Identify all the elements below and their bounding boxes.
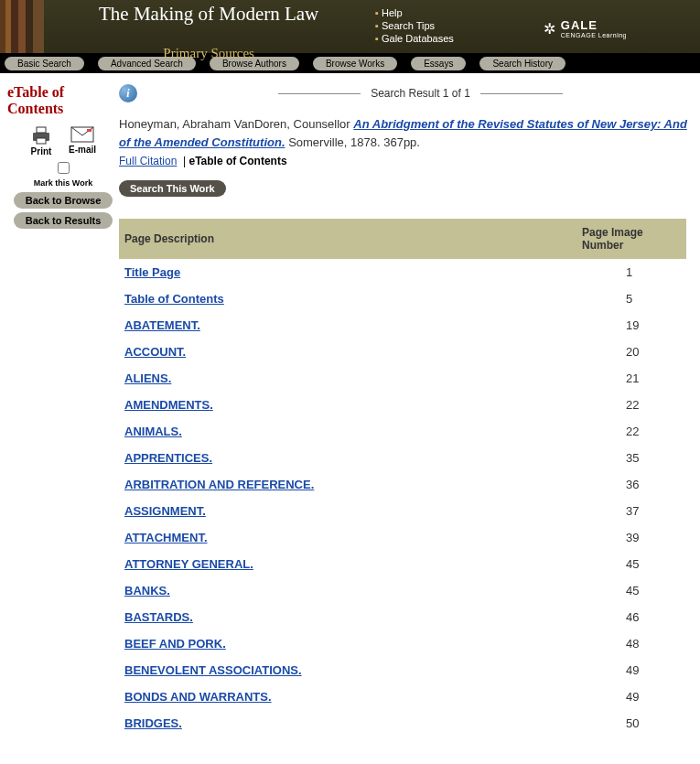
print-label: Print [31,146,52,156]
svg-rect-4 [87,129,92,132]
gale-databases-link[interactable]: Gale Databases [382,33,454,44]
nav-search-history[interactable]: Search History [479,57,565,70]
printer-icon [30,126,52,145]
full-citation-link[interactable]: Full Citation [119,155,177,167]
banner-subtitle: Primary Sources [99,46,318,61]
banner-books-image [0,0,44,53]
toc-page-num: 37 [576,498,686,524]
toc-page-num: 5 [576,285,686,312]
table-row: BEEF AND PORK.48 [119,630,686,657]
back-to-browse-button[interactable]: Back to Browse [14,192,113,209]
toc-page-num: 50 [576,710,686,737]
toc-page-num: 45 [576,551,686,577]
svg-rect-2 [37,138,46,144]
table-row: ASSIGNMENT.37 [119,498,686,524]
toc-desc-link[interactable]: BONDS AND WARRANTS. [124,690,272,704]
toc-desc-link[interactable]: ACCOUNT. [124,345,186,359]
envelope-icon [70,126,94,143]
email-label: E-mail [69,145,96,155]
toc-page-num: 1 [576,259,686,285]
result-count-text: Search Result 1 of 1 [371,87,470,100]
search-this-work-button[interactable]: Search This Work [119,180,226,197]
toc-desc-link[interactable]: ASSIGNMENT. [124,504,206,518]
citation-author: Honeyman, Abraham VanDoren, Counsellor [119,117,350,131]
mark-label: Mark this Work [34,178,92,188]
toc-page-num: 22 [576,392,686,418]
divider-right [480,93,563,94]
table-row: Table of Contents5 [119,285,686,312]
toc-page-num: 35 [576,445,686,471]
toc-desc-link[interactable]: BEEF AND PORK. [124,637,226,651]
toc-desc-link[interactable]: AMENDMENTS. [124,398,213,412]
table-row: BRIDGES.50 [119,710,686,737]
toc-desc-link[interactable]: ALIENS. [124,371,171,385]
tool-row: Print E-mail [7,126,119,156]
table-row: BANKS.45 [119,577,686,604]
toc-page-num: 39 [576,524,686,551]
gale-logo-subtext: CENGAGE Learning [561,32,627,38]
table-row: ATTACHMENT.39 [119,524,686,551]
table-row: BONDS AND WARRANTS.49 [119,683,686,710]
table-row: Title Page1 [119,259,686,285]
citation-year: 1878 [350,135,377,149]
toc-page-num: 46 [576,604,686,630]
toc-page-num: 36 [576,471,686,498]
banner: The Making of Modern Law Primary Sources… [0,0,700,53]
citation-pp: 367pp. [383,135,420,149]
toc-desc-link[interactable]: BASTARDS. [124,610,193,624]
result-line: i Search Result 1 of 1 [119,84,693,102]
mark-this-work[interactable]: Mark this Work [7,162,119,188]
table-row: ANIMALS.22 [119,418,686,445]
sidebar: eTable of Contents Print E-mail [0,84,119,737]
email-button[interactable]: E-mail [69,126,96,156]
table-row: ATTORNEY GENERAL.45 [119,551,686,577]
toc-desc-link[interactable]: ATTORNEY GENERAL. [124,557,253,571]
help-link[interactable]: Help [382,7,403,18]
table-row: ABATEMENT.19 [119,312,686,339]
print-button[interactable]: Print [30,126,52,156]
result-text-wrap: Search Result 1 of 1 [148,87,693,100]
toc-desc-link[interactable]: ARBITRATION AND REFERENCE. [124,478,314,491]
toc-page-num: 49 [576,683,686,710]
svg-rect-1 [37,127,46,133]
toc-desc-link[interactable]: ANIMALS. [124,425,182,438]
table-row: BASTARDS.46 [119,604,686,630]
toc-page-num: 22 [576,418,686,445]
etoc-current: eTable of Contents [188,155,286,167]
back-to-results-button[interactable]: Back to Results [14,212,113,229]
main: eTable of Contents Print E-mail [0,73,700,755]
toc-desc-link[interactable]: Title Page [124,265,180,279]
nav-browse-works[interactable]: Browse Works [313,57,397,70]
citation-place: Somerville [288,135,344,149]
mark-checkbox[interactable] [58,162,70,174]
content: i Search Result 1 of 1 Honeyman, Abraham… [119,84,700,737]
nav-basic-search[interactable]: Basic Search [5,57,84,70]
banner-title: The Making of Modern Law [99,0,318,44]
nav-essays[interactable]: Essays [411,57,466,70]
toc-desc-link[interactable]: Table of Contents [124,292,224,306]
toc-page-num: 48 [576,630,686,657]
citation-links: Full Citation | eTable of Contents [119,155,693,167]
toc-desc-link[interactable]: ATTACHMENT. [124,531,208,544]
search-tips-link[interactable]: Search Tips [382,20,435,31]
toc-desc-link[interactable]: BRIDGES. [124,716,182,730]
toc-desc-link[interactable]: APPRENTICES. [124,451,212,465]
toc-page-num: 19 [576,312,686,339]
banner-help-links: Help Search Tips Gale Databases [375,7,454,46]
toc-col-desc: Page Description [119,219,576,259]
toc-table: Page Description Page Image Number Title… [119,219,686,737]
sidebar-title: eTable of Contents [7,84,119,117]
info-icon[interactable]: i [119,84,137,102]
banner-title-block: The Making of Modern Law Primary Sources [99,0,318,61]
toc-page-num: 49 [576,657,686,683]
table-row: ARBITRATION AND REFERENCE.36 [119,471,686,498]
toc-col-page: Page Image Number [576,219,686,259]
toc-page-num: 20 [576,339,686,365]
divider-left [278,93,361,94]
table-row: ACCOUNT.20 [119,339,686,365]
toc-desc-link[interactable]: BENEVOLENT ASSOCIATIONS. [124,663,302,677]
toc-page-num: 21 [576,365,686,392]
toc-desc-link[interactable]: BANKS. [124,584,170,597]
gale-logo-text: GALE [561,18,598,32]
toc-desc-link[interactable]: ABATEMENT. [124,318,200,332]
